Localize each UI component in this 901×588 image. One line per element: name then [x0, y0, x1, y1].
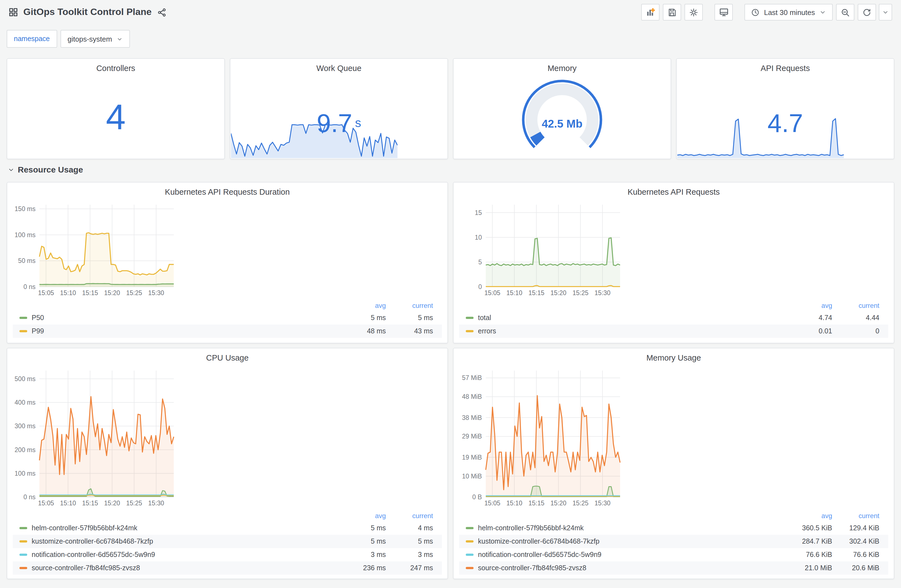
legend-series-label[interactable]: errors — [478, 327, 788, 335]
legend-row: kustomize-controller-6c6784b468-7kzfp284… — [459, 535, 888, 548]
refresh-icon — [862, 8, 871, 17]
add-panel-button[interactable] — [641, 4, 659, 20]
series-color-dash — [466, 317, 474, 319]
legend-sort-avg[interactable]: avg — [788, 302, 832, 310]
namespace-value: gitops-system — [67, 35, 112, 43]
panel-title[interactable]: Work Queue — [231, 64, 447, 73]
legend-sort-avg[interactable]: avg — [341, 302, 386, 310]
legend-header: avgcurrent — [459, 300, 888, 311]
panel-title[interactable]: CPU Usage — [7, 353, 447, 362]
cpu-usage-chart[interactable]: 0 ns100 ms200 ms300 ms400 ms500 ms15:051… — [13, 366, 179, 508]
legend-avg-value: 3 ms — [341, 551, 386, 558]
legend-avg-value: 4.74 — [788, 314, 832, 322]
work-queue-value: 9.7 — [317, 110, 352, 136]
legend-current-value: 4.44 — [832, 314, 879, 322]
legend-series-label[interactable]: total — [478, 314, 788, 322]
panel-title[interactable]: Controllers — [7, 64, 224, 73]
controllers-value: 4 — [106, 99, 125, 135]
legend-series-label[interactable]: helm-controller-57f9b56bbf-k24mk — [32, 524, 341, 532]
legend-avg-value: 236 ms — [341, 564, 386, 572]
legend-sort-current[interactable]: current — [832, 302, 879, 310]
legend-series-label[interactable]: notification-controller-6d56575dc-5w9n9 — [478, 551, 788, 558]
legend-series-label[interactable]: helm-controller-57f9b56bbf-k24mk — [478, 524, 788, 532]
panel-title[interactable]: Kubernetes API Requests — [454, 188, 894, 196]
legend-header: avgcurrent — [13, 300, 442, 311]
svg-text:0 ns: 0 ns — [23, 283, 36, 290]
legend-row: helm-controller-57f9b56bbf-k24mk360.5 Ki… — [459, 521, 888, 535]
series-color-dash — [466, 567, 474, 569]
chart-legend: avgcurrenthelm-controller-57f9b56bbf-k24… — [13, 510, 442, 575]
legend-series-label[interactable]: P99 — [32, 327, 341, 335]
namespace-dropdown[interactable]: gitops-system — [60, 30, 129, 48]
memory-usage-chart[interactable]: 0 B10 MiB19 MiB29 MiB38 MiB48 MiB57 MiB1… — [459, 366, 626, 508]
legend-current-value: 4 ms — [386, 524, 433, 532]
apps-grid-icon — [9, 8, 18, 17]
time-range-picker[interactable]: Last 30 minutes — [744, 4, 833, 20]
legend-series-label[interactable]: source-controller-7fb84fc985-zvsz8 — [478, 564, 788, 572]
svg-text:15:25: 15:25 — [572, 289, 588, 297]
legend-row: total4.744.44 — [459, 311, 888, 325]
legend-row: P505 ms5 ms — [13, 311, 442, 325]
legend-row: helm-controller-57f9b56bbf-k24mk5 ms4 ms — [13, 521, 442, 535]
legend-avg-value: 48 ms — [341, 327, 386, 335]
legend-sort-current[interactable]: current — [386, 512, 433, 520]
panel-title[interactable]: Memory — [454, 64, 670, 73]
save-dashboard-button[interactable] — [663, 4, 681, 20]
k8s-api-duration-chart[interactable]: 0 ns50 ms100 ms150 ms15:0515:1015:1515:2… — [13, 200, 179, 298]
refresh-interval-dropdown[interactable] — [879, 4, 892, 20]
legend-avg-value: 76.6 KiB — [788, 551, 832, 558]
svg-text:500 ms: 500 ms — [15, 375, 36, 383]
svg-text:15:10: 15:10 — [506, 499, 522, 507]
legend-sort-current[interactable]: current — [386, 302, 433, 310]
svg-text:15:20: 15:20 — [550, 499, 566, 507]
save-icon — [667, 8, 677, 17]
panel-title[interactable]: API Requests — [677, 64, 894, 73]
legend-row: notification-controller-6d56575dc-5w9n93… — [13, 548, 442, 562]
svg-text:15:05: 15:05 — [38, 499, 54, 507]
k8s-api-requests-chart[interactable]: 05101515:0515:1015:1515:2015:2515:30 — [459, 200, 626, 298]
legend-avg-value: 0.01 — [788, 327, 832, 335]
legend-avg-value: 284.7 KiB — [788, 538, 832, 545]
panel-k8s-api-duration: Kubernetes API Requests Duration 0 ns50 … — [7, 182, 448, 343]
share-icon[interactable] — [157, 8, 167, 17]
memory-gauge-value: 42.5 Mb — [454, 118, 670, 131]
svg-text:15:25: 15:25 — [126, 289, 142, 297]
legend-sort-avg[interactable]: avg — [788, 512, 832, 520]
panel-title[interactable]: Memory Usage — [454, 353, 894, 362]
legend-series-label[interactable]: kustomize-controller-6c6784b468-7kzfp — [478, 538, 788, 545]
svg-text:300 ms: 300 ms — [15, 422, 36, 429]
legend-header: avgcurrent — [459, 510, 888, 521]
legend-series-label[interactable]: P50 — [32, 314, 341, 322]
svg-text:15:05: 15:05 — [38, 289, 54, 297]
panel-title[interactable]: Kubernetes API Requests Duration — [7, 188, 447, 196]
row-resource-usage[interactable]: Resource Usage — [8, 165, 83, 174]
legend-series-label[interactable]: kustomize-controller-6c6784b468-7kzfp — [32, 538, 341, 545]
legend-series-label[interactable]: notification-controller-6d56575dc-5w9n9 — [32, 551, 341, 558]
legend-current-value: 20.6 MiB — [832, 564, 879, 572]
zoom-out-button[interactable] — [836, 4, 854, 20]
svg-text:19 MiB: 19 MiB — [462, 454, 482, 461]
svg-text:100 ms: 100 ms — [15, 470, 36, 477]
legend-sort-current[interactable]: current — [832, 512, 879, 520]
svg-text:15:05: 15:05 — [484, 499, 500, 507]
svg-text:57 MiB: 57 MiB — [462, 374, 482, 381]
legend-series-label[interactable]: source-controller-7fb84fc985-zvsz8 — [32, 564, 341, 572]
svg-text:15:25: 15:25 — [126, 499, 142, 507]
series-color-dash — [19, 527, 27, 529]
variable-label: namespace — [7, 30, 57, 48]
series-color-dash — [466, 527, 474, 529]
svg-text:15:15: 15:15 — [528, 499, 545, 507]
dashboard-settings-button[interactable] — [684, 4, 703, 20]
svg-text:15:10: 15:10 — [60, 499, 76, 507]
svg-text:15:15: 15:15 — [82, 499, 98, 507]
api-requests-value: 4.7 — [767, 110, 803, 136]
legend-sort-avg[interactable]: avg — [341, 512, 386, 520]
refresh-button[interactable] — [858, 4, 876, 20]
variables-bar: namespace gitops-system — [7, 30, 130, 48]
legend-row: P9948 ms43 ms — [13, 325, 442, 338]
page-title[interactable]: GitOps Toolkit Control Plane — [23, 7, 151, 18]
svg-text:15:15: 15:15 — [82, 289, 98, 297]
legend-avg-value: 360.5 KiB — [788, 524, 832, 532]
svg-text:15:05: 15:05 — [484, 289, 500, 297]
cycle-view-button[interactable] — [714, 4, 733, 20]
